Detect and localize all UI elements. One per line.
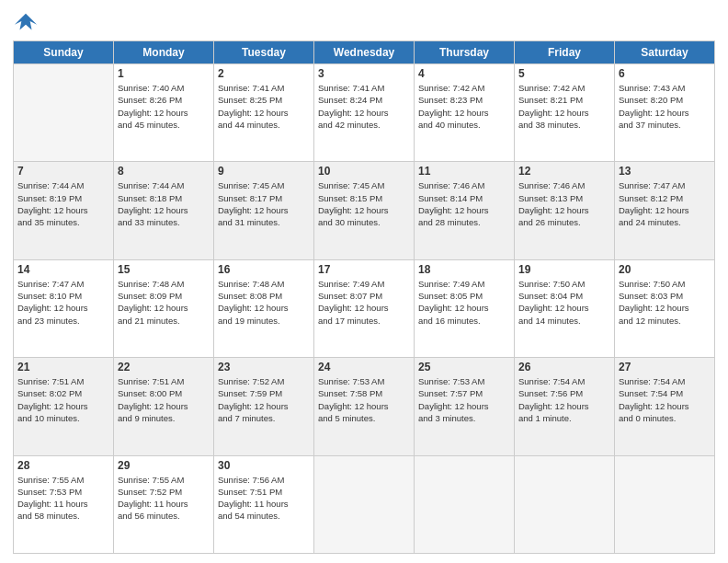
day-number: 22 xyxy=(118,361,210,373)
day-info: Sunrise: 7:54 AM Sunset: 7:56 PM Dayligh… xyxy=(518,375,610,424)
day-info: Sunrise: 7:55 AM Sunset: 7:53 PM Dayligh… xyxy=(17,474,109,523)
calendar-cell: 25Sunrise: 7:53 AM Sunset: 7:57 PM Dayli… xyxy=(415,358,515,455)
day-number: 30 xyxy=(218,459,310,472)
day-number: 12 xyxy=(518,165,610,178)
calendar-day-header: Saturday xyxy=(615,41,715,64)
day-info: Sunrise: 7:56 AM Sunset: 7:51 PM Dayligh… xyxy=(218,474,310,523)
day-number: 20 xyxy=(619,263,711,276)
calendar-cell: 22Sunrise: 7:51 AM Sunset: 8:00 PM Dayli… xyxy=(114,358,214,455)
day-number: 17 xyxy=(318,263,410,276)
calendar-week-row: 28Sunrise: 7:55 AM Sunset: 7:53 PM Dayli… xyxy=(14,455,715,553)
day-info: Sunrise: 7:47 AM Sunset: 8:10 PM Dayligh… xyxy=(17,278,109,327)
day-number: 21 xyxy=(17,361,109,373)
day-info: Sunrise: 7:41 AM Sunset: 8:25 PM Dayligh… xyxy=(218,82,310,131)
calendar-cell: 21Sunrise: 7:51 AM Sunset: 8:02 PM Dayli… xyxy=(14,358,114,455)
calendar-cell: 30Sunrise: 7:56 AM Sunset: 7:51 PM Dayli… xyxy=(214,455,314,553)
calendar-cell: 23Sunrise: 7:52 AM Sunset: 7:59 PM Dayli… xyxy=(214,358,314,455)
day-info: Sunrise: 7:41 AM Sunset: 8:24 PM Dayligh… xyxy=(318,82,410,131)
day-info: Sunrise: 7:49 AM Sunset: 8:07 PM Dayligh… xyxy=(318,278,410,327)
calendar-cell: 20Sunrise: 7:50 AM Sunset: 8:03 PM Dayli… xyxy=(615,259,715,357)
calendar-cell: 13Sunrise: 7:47 AM Sunset: 8:12 PM Dayli… xyxy=(615,162,715,259)
calendar-cell: 1Sunrise: 7:40 AM Sunset: 8:26 PM Daylig… xyxy=(114,64,214,162)
calendar-cell: 2Sunrise: 7:41 AM Sunset: 8:25 PM Daylig… xyxy=(214,64,314,162)
day-info: Sunrise: 7:55 AM Sunset: 7:52 PM Dayligh… xyxy=(118,474,210,523)
calendar-cell: 11Sunrise: 7:46 AM Sunset: 8:14 PM Dayli… xyxy=(415,162,515,259)
calendar-cell: 3Sunrise: 7:41 AM Sunset: 8:24 PM Daylig… xyxy=(314,64,415,162)
calendar-day-header: Thursday xyxy=(415,41,515,64)
day-info: Sunrise: 7:50 AM Sunset: 8:03 PM Dayligh… xyxy=(619,278,711,327)
calendar-cell: 29Sunrise: 7:55 AM Sunset: 7:52 PM Dayli… xyxy=(114,455,214,553)
calendar-cell: 4Sunrise: 7:42 AM Sunset: 8:23 PM Daylig… xyxy=(415,64,515,162)
day-info: Sunrise: 7:50 AM Sunset: 8:04 PM Dayligh… xyxy=(518,278,610,327)
day-number: 24 xyxy=(318,361,410,373)
day-info: Sunrise: 7:46 AM Sunset: 8:14 PM Dayligh… xyxy=(418,179,510,228)
calendar-cell xyxy=(615,455,715,553)
day-number: 29 xyxy=(118,459,210,472)
day-info: Sunrise: 7:53 AM Sunset: 7:57 PM Dayligh… xyxy=(418,375,510,424)
day-number: 7 xyxy=(17,165,109,178)
day-number: 6 xyxy=(619,67,711,80)
day-info: Sunrise: 7:46 AM Sunset: 8:13 PM Dayligh… xyxy=(518,179,610,228)
calendar-cell xyxy=(314,455,415,553)
calendar-week-row: 7Sunrise: 7:44 AM Sunset: 8:19 PM Daylig… xyxy=(14,162,715,259)
day-info: Sunrise: 7:51 AM Sunset: 8:02 PM Dayligh… xyxy=(17,375,109,424)
calendar-cell: 5Sunrise: 7:42 AM Sunset: 8:21 PM Daylig… xyxy=(515,64,615,162)
day-info: Sunrise: 7:54 AM Sunset: 7:54 PM Dayligh… xyxy=(619,375,711,424)
calendar-cell: 26Sunrise: 7:54 AM Sunset: 7:56 PM Dayli… xyxy=(515,358,615,455)
calendar-cell: 28Sunrise: 7:55 AM Sunset: 7:53 PM Dayli… xyxy=(14,455,114,553)
day-info: Sunrise: 7:45 AM Sunset: 8:15 PM Dayligh… xyxy=(318,179,410,228)
calendar-day-header: Friday xyxy=(515,41,615,64)
calendar-cell: 15Sunrise: 7:48 AM Sunset: 8:09 PM Dayli… xyxy=(114,259,214,357)
day-number: 26 xyxy=(518,361,610,373)
calendar-cell: 27Sunrise: 7:54 AM Sunset: 7:54 PM Dayli… xyxy=(615,358,715,455)
day-number: 9 xyxy=(218,165,310,178)
day-number: 10 xyxy=(318,165,410,178)
calendar-cell xyxy=(515,455,615,553)
day-number: 4 xyxy=(418,67,510,80)
calendar-cell: 14Sunrise: 7:47 AM Sunset: 8:10 PM Dayli… xyxy=(14,259,114,357)
day-number: 13 xyxy=(619,165,711,178)
day-info: Sunrise: 7:45 AM Sunset: 8:17 PM Dayligh… xyxy=(218,179,310,228)
calendar-cell: 8Sunrise: 7:44 AM Sunset: 8:18 PM Daylig… xyxy=(114,162,214,259)
header xyxy=(13,9,715,35)
calendar-header-row: SundayMondayTuesdayWednesdayThursdayFrid… xyxy=(14,41,715,64)
calendar-cell xyxy=(14,64,114,162)
logo xyxy=(13,9,42,35)
logo-icon xyxy=(13,9,39,35)
day-number: 14 xyxy=(17,263,109,276)
day-info: Sunrise: 7:42 AM Sunset: 8:23 PM Dayligh… xyxy=(418,82,510,131)
day-info: Sunrise: 7:47 AM Sunset: 8:12 PM Dayligh… xyxy=(619,179,711,228)
day-number: 2 xyxy=(218,67,310,80)
calendar-cell: 19Sunrise: 7:50 AM Sunset: 8:04 PM Dayli… xyxy=(515,259,615,357)
day-info: Sunrise: 7:51 AM Sunset: 8:00 PM Dayligh… xyxy=(118,375,210,424)
calendar-cell: 9Sunrise: 7:45 AM Sunset: 8:17 PM Daylig… xyxy=(214,162,314,259)
day-info: Sunrise: 7:42 AM Sunset: 8:21 PM Dayligh… xyxy=(518,82,610,131)
day-number: 19 xyxy=(518,263,610,276)
day-number: 5 xyxy=(518,67,610,80)
day-info: Sunrise: 7:48 AM Sunset: 8:08 PM Dayligh… xyxy=(218,278,310,327)
day-info: Sunrise: 7:53 AM Sunset: 7:58 PM Dayligh… xyxy=(318,375,410,424)
page: SundayMondayTuesdayWednesdayThursdayFrid… xyxy=(0,0,728,563)
day-info: Sunrise: 7:48 AM Sunset: 8:09 PM Dayligh… xyxy=(118,278,210,327)
day-number: 28 xyxy=(17,459,109,472)
calendar-cell: 10Sunrise: 7:45 AM Sunset: 8:15 PM Dayli… xyxy=(314,162,415,259)
day-info: Sunrise: 7:43 AM Sunset: 8:20 PM Dayligh… xyxy=(619,82,711,131)
calendar-week-row: 21Sunrise: 7:51 AM Sunset: 8:02 PM Dayli… xyxy=(14,358,715,455)
calendar-day-header: Sunday xyxy=(14,41,114,64)
calendar-cell: 24Sunrise: 7:53 AM Sunset: 7:58 PM Dayli… xyxy=(314,358,415,455)
day-info: Sunrise: 7:44 AM Sunset: 8:19 PM Dayligh… xyxy=(17,179,109,228)
calendar-day-header: Tuesday xyxy=(214,41,314,64)
calendar-table: SundayMondayTuesdayWednesdayThursdayFrid… xyxy=(13,40,715,554)
day-info: Sunrise: 7:44 AM Sunset: 8:18 PM Dayligh… xyxy=(118,179,210,228)
calendar-cell: 12Sunrise: 7:46 AM Sunset: 8:13 PM Dayli… xyxy=(515,162,615,259)
calendar-day-header: Wednesday xyxy=(314,41,415,64)
calendar-cell: 6Sunrise: 7:43 AM Sunset: 8:20 PM Daylig… xyxy=(615,64,715,162)
svg-marker-0 xyxy=(15,14,37,30)
calendar-cell: 17Sunrise: 7:49 AM Sunset: 8:07 PM Dayli… xyxy=(314,259,415,357)
day-number: 25 xyxy=(418,361,510,373)
day-number: 23 xyxy=(218,361,310,373)
calendar-day-header: Monday xyxy=(114,41,214,64)
day-number: 3 xyxy=(318,67,410,80)
day-number: 15 xyxy=(118,263,210,276)
day-number: 8 xyxy=(118,165,210,178)
